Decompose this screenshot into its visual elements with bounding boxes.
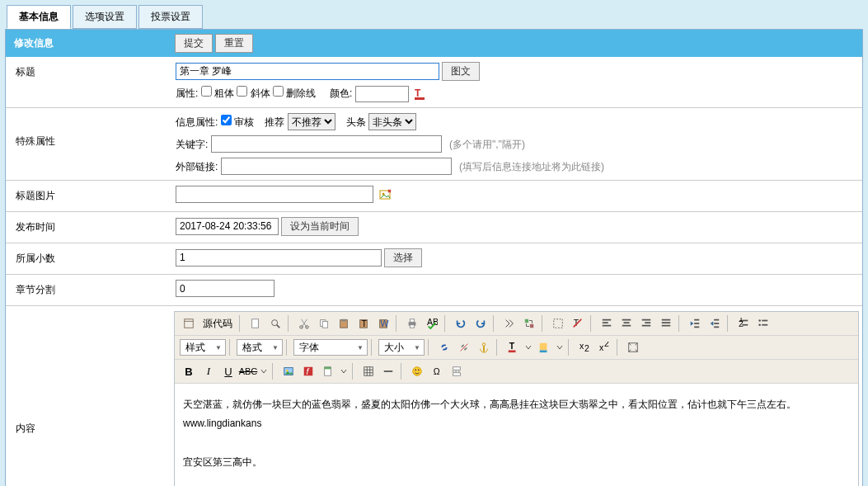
svg-rect-71 <box>325 367 331 370</box>
find-icon[interactable] <box>500 314 518 333</box>
font-select[interactable]: 字体 <box>293 339 368 356</box>
extlink-input[interactable] <box>221 158 452 175</box>
title-input[interactable] <box>176 63 439 80</box>
svg-text:2: 2 <box>584 343 589 353</box>
newpage-icon[interactable] <box>246 314 265 333</box>
bullist-icon[interactable] <box>754 314 772 333</box>
pagebreak-icon[interactable] <box>448 362 466 380</box>
format-select[interactable]: 格式 <box>237 339 283 356</box>
label-titleimg: 标题图片 <box>6 181 171 211</box>
subscript-icon[interactable]: x2 <box>575 338 594 356</box>
undo-icon[interactable] <box>452 314 470 333</box>
color-label: 颜色: <box>330 87 352 99</box>
reset-button[interactable]: 重置 <box>215 34 253 53</box>
source-icon[interactable] <box>180 314 198 333</box>
svg-rect-84 <box>453 373 461 376</box>
svg-rect-72 <box>364 367 373 376</box>
copy-icon[interactable] <box>315 314 333 333</box>
unlink-icon[interactable] <box>455 338 473 356</box>
svg-rect-21 <box>410 325 414 328</box>
svg-rect-24 <box>530 324 533 328</box>
checkbox-italic[interactable] <box>237 86 247 97</box>
redo-icon[interactable] <box>472 314 490 333</box>
attr-prefix: 属性: <box>176 87 198 99</box>
titleimg-input[interactable] <box>176 186 373 203</box>
setnow-button[interactable]: 设为当前时间 <box>281 217 359 236</box>
chevron-down-icon[interactable] <box>523 338 533 356</box>
flash-icon[interactable]: f <box>299 362 317 380</box>
select-headline[interactable]: 非头条 <box>368 113 416 130</box>
print-icon[interactable] <box>403 314 421 333</box>
svg-point-67 <box>286 370 289 372</box>
svg-point-78 <box>413 367 422 376</box>
tuwen-button[interactable]: 图文 <box>442 62 480 81</box>
spellcheck-icon[interactable]: AB <box>423 314 441 333</box>
paste-word-icon[interactable]: W <box>374 314 392 333</box>
checkbox-strike[interactable] <box>273 86 284 97</box>
chevron-down-icon-3[interactable] <box>259 362 269 380</box>
textcolor-icon[interactable]: T <box>415 87 428 101</box>
bgcolor-icon[interactable] <box>535 338 553 356</box>
image-icon[interactable] <box>279 362 298 380</box>
svg-text:T: T <box>509 342 515 351</box>
outdent-icon[interactable] <box>686 314 704 333</box>
underline-icon[interactable]: U <box>219 362 237 380</box>
pubtime-input[interactable] <box>176 218 279 235</box>
align-left-icon[interactable] <box>598 314 616 333</box>
tab-vote-settings[interactable]: 投票设置 <box>138 5 203 29</box>
bold-icon[interactable]: B <box>180 362 198 380</box>
chapter-input[interactable] <box>176 280 274 297</box>
svg-point-55 <box>482 343 486 347</box>
tab-option-settings[interactable]: 选项设置 <box>73 5 137 29</box>
chevron-down-icon-4[interactable] <box>339 362 349 380</box>
hr-icon[interactable] <box>379 362 397 380</box>
smiley-icon[interactable] <box>408 362 426 380</box>
anchor-icon[interactable] <box>475 338 493 356</box>
editor-content[interactable]: 天空湛蓝，就仿佛一块巨大的蓝色翡翠，盛夏的太阳仿佛一个大火球，高高悬挂在这块巨大… <box>175 384 858 486</box>
table-icon[interactable] <box>359 362 378 380</box>
numlist-icon[interactable]: 12 <box>734 314 753 333</box>
source-label[interactable]: 源代码 <box>199 317 236 331</box>
checkbox-audit[interactable] <box>221 115 232 125</box>
svg-point-7 <box>272 320 278 326</box>
align-center-icon[interactable] <box>617 314 636 333</box>
preview-icon[interactable] <box>266 314 284 333</box>
strike-icon[interactable]: ABC <box>239 362 257 380</box>
maximize-icon[interactable] <box>624 338 642 356</box>
select-recommend[interactable]: 不推荐 <box>288 113 335 130</box>
replace-icon[interactable] <box>520 314 538 333</box>
rich-text-editor: 源代码 T W AB <box>174 311 859 486</box>
textcolor2-icon[interactable]: T <box>504 338 522 356</box>
submit-button[interactable]: 提交 <box>175 34 213 53</box>
indent-icon[interactable] <box>706 314 724 333</box>
tab-basic-info[interactable]: 基本信息 <box>7 5 71 29</box>
panel: 修改信息 提交 重置 标题 图文 属性: 粗体 斜体 删除线 颜色: T 特殊属… <box>5 29 863 486</box>
toolbar-row-3: B I U ABC f Ω <box>175 360 858 384</box>
italic-icon[interactable]: I <box>199 362 218 380</box>
color-input[interactable] <box>355 86 409 102</box>
superscript-icon[interactable]: x2 <box>595 338 613 356</box>
svg-text:2: 2 <box>739 318 744 328</box>
svg-point-10 <box>306 326 309 329</box>
content-p1: 天空湛蓝，就仿佛一块巨大的蓝色翡翠，盛夏的太阳仿佛一个大火球，高高悬挂在这块巨大… <box>183 395 850 433</box>
align-right-icon[interactable] <box>637 314 655 333</box>
svg-point-80 <box>418 369 420 370</box>
label-pubtime: 发布时间 <box>6 212 171 243</box>
style-select[interactable]: 样式 <box>180 339 226 356</box>
decimal-input[interactable] <box>176 249 382 267</box>
checkbox-bold[interactable] <box>201 86 212 97</box>
paste-icon[interactable] <box>335 314 353 333</box>
link-icon[interactable] <box>435 338 453 356</box>
cut-icon[interactable] <box>295 314 313 333</box>
image-picker-icon[interactable] <box>379 188 392 201</box>
chevron-down-icon-2[interactable] <box>555 338 565 356</box>
paste-text-icon[interactable]: T <box>354 314 373 333</box>
align-justify-icon[interactable] <box>657 314 675 333</box>
keywords-input[interactable] <box>211 135 442 153</box>
size-select[interactable]: 大小 <box>378 339 425 356</box>
choose-button[interactable]: 选择 <box>384 248 422 267</box>
removefmt-icon[interactable]: T <box>569 314 587 333</box>
specialchar-icon[interactable]: Ω <box>428 362 446 380</box>
attachment-icon[interactable] <box>319 362 337 380</box>
selectall-icon[interactable] <box>549 314 567 333</box>
